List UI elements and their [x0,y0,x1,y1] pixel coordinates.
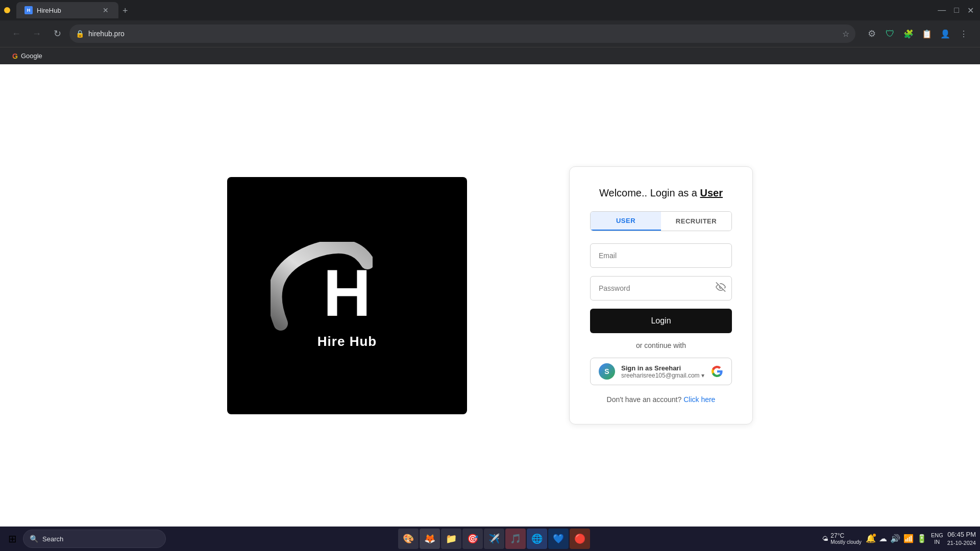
address-bar[interactable]: 🔒 hirehub.pro ☆ [69,24,855,43]
taskbar-center: 🎨 🦊 📁 🎯 ✈️ 🎵 🌐 💙 🔴 [168,529,820,549]
extension-clipboard[interactable]: 📋 [919,26,935,42]
email-field-group [590,243,732,268]
cloud-icon[interactable]: ☁ [879,534,887,543]
login-title-prefix: Welcome.. Login as a [599,187,700,198]
url-text: hirehub.pro [88,30,838,38]
signup-text: Don't have an account? Click here [590,395,732,404]
google-favicon: G [12,52,18,60]
lock-icon: 🔒 [76,30,84,38]
toggle-password-icon[interactable] [716,282,726,295]
weather-icon: 🌤 [822,535,828,542]
login-button[interactable]: Login [590,309,732,333]
weather-condition: Mostly cloudy [830,539,862,545]
forward-button[interactable]: → [29,26,45,42]
user-tab-button[interactable]: USER [591,212,661,231]
network-icon[interactable]: 📶 [903,534,914,543]
taskbar-left: ⊞ 🔍 Search [4,530,166,548]
google-signin-button[interactable]: S Sign in as Sreehari sreeharisree105@gm… [590,358,732,385]
extension-puzzle[interactable]: 🧩 [900,26,917,42]
refresh-button[interactable]: ↻ [49,26,65,42]
bookmark-label: Google [21,52,42,60]
login-section: Welcome.. Login as a User USER RECRUITER [569,166,753,424]
clock-time: 06:45 PM [947,530,976,539]
menu-button[interactable]: ⋮ [955,26,972,42]
bookmark-button[interactable]: ☆ [842,29,849,39]
page-content: H Hire Hub Welcome.. Login as a User USE… [0,64,980,527]
battery-icon[interactable]: 🔋 [917,534,927,543]
tab-close-button[interactable]: ✕ [101,6,110,15]
taskbar-app-3[interactable]: 🎯 [462,529,483,549]
extension-shield[interactable]: 🛡 [882,26,898,42]
google-avatar: S [599,363,615,380]
back-button[interactable]: ← [8,26,24,42]
google-avatar-initials: S [604,367,609,375]
google-logo-icon [711,365,723,378]
clock-area[interactable]: 06:45 PM 21-10-2024 [947,530,976,547]
login-title: Welcome.. Login as a User [590,187,732,199]
h-letter: H [323,255,371,331]
profile-button[interactable]: 👤 [937,26,953,42]
close-window-button[interactable]: ✕ [965,4,976,17]
taskbar-search-text: Search [42,535,63,543]
bookmarks-bar: G Google [0,47,980,64]
tab-title: HireHub [37,7,61,14]
nav-extensions: ⚙ 🛡 🧩 📋 👤 ⋮ [864,26,972,42]
logo-graphic: H [276,242,419,344]
minimize-button[interactable] [4,7,10,13]
taskbar-app-7[interactable]: 💙 [548,529,569,549]
taskbar-app-0[interactable]: 🎨 [398,529,419,549]
title-bar-controls: — □ ✕ [936,4,976,17]
google-account-email: sreeharisree105@gmail.com ▾ [621,372,705,379]
maximize-window-button[interactable]: □ [952,4,961,17]
password-input[interactable] [590,276,732,300]
weather-temp: 27°C [830,532,862,539]
active-tab[interactable]: H HireHub ✕ [16,2,118,18]
window-controls [4,7,10,13]
login-title-role: User [700,187,723,198]
taskbar-app-6[interactable]: 🌐 [527,529,547,549]
weather-info: 🌤 27°C Mostly cloudy [822,532,862,545]
taskbar-app-4[interactable]: ✈️ [484,529,504,549]
tab-bar: H HireHub ✕ + [16,2,932,18]
password-field-group [590,276,732,300]
recruiter-tab-button[interactable]: RECRUITER [661,212,731,231]
title-bar: H HireHub ✕ + — □ ✕ [0,0,980,20]
new-tab-button[interactable]: + [118,4,132,18]
taskbar-app-1[interactable]: 🦊 [420,529,440,549]
google-account-info: Sign in as Sreehari sreeharisree105@gmai… [621,364,705,379]
taskbar-search-bar[interactable]: 🔍 Search [23,530,166,548]
taskbar-app-2[interactable]: 📁 [441,529,461,549]
extension-settings[interactable]: ⚙ [864,26,880,42]
signup-link[interactable]: Click here [683,395,715,404]
tab-favicon: H [24,6,33,14]
divider-text: or continue with [590,341,732,349]
logo-section: H Hire Hub [227,177,467,414]
taskbar-search-icon: 🔍 [30,535,38,543]
role-tab-toggle: USER RECRUITER [590,211,732,231]
bookmark-google[interactable]: G Google [8,50,46,62]
windows-icon: ⊞ [8,533,17,544]
signup-prefix: Don't have an account? [607,395,684,404]
taskbar-app-5[interactable]: 🎵 [505,529,526,549]
minimize-window-button[interactable]: — [936,4,948,17]
taskbar-app-8[interactable]: 🔴 [570,529,590,549]
clock-date: 21-10-2024 [947,539,976,547]
nav-bar: ← → ↻ 🔒 hirehub.pro ☆ ⚙ 🛡 🧩 📋 👤 ⋮ [0,20,980,47]
google-account-name: Sign in as Sreehari [621,364,705,372]
taskbar-right: 🌤 27°C Mostly cloudy 🔔 ☁ 🔊 📶 🔋 ENG IN 06… [822,530,976,547]
start-button[interactable]: ⊞ [4,531,21,547]
notification-icon[interactable]: 🔔 [866,534,876,543]
language-badge[interactable]: ENG IN [931,532,943,545]
audio-icon[interactable]: 🔊 [890,534,900,543]
taskbar: ⊞ 🔍 Search 🎨 🦊 📁 🎯 ✈️ 🎵 🌐 💙 🔴 🌤 27°C [0,527,980,551]
email-input[interactable] [590,243,732,268]
sys-tray: 🔔 ☁ 🔊 📶 🔋 [866,534,927,543]
